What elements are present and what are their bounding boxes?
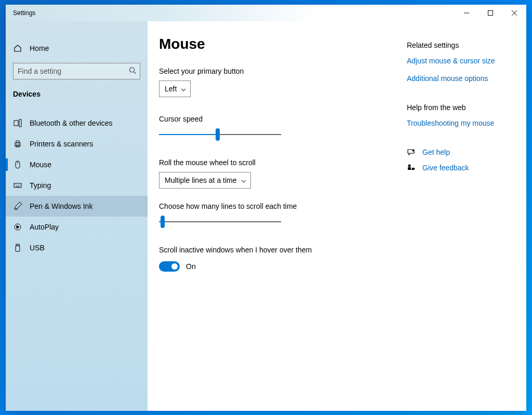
primary-button-combo[interactable]: Left: [159, 81, 191, 97]
side-panel: Related settings Adjust mouse & cursor s…: [407, 36, 511, 400]
toggle-knob: [171, 263, 178, 270]
keyboard-icon: [13, 181, 22, 190]
svg-point-4: [130, 68, 135, 72]
feedback-link: Give feedback: [422, 164, 469, 172]
sidebar-item-label: Typing: [30, 181, 51, 190]
svg-line-5: [134, 72, 136, 73]
link-adjust-cursor-size[interactable]: Adjust mouse & cursor size: [407, 57, 511, 65]
mouse-icon: [13, 160, 22, 169]
sidebar-item-mouse[interactable]: Mouse: [6, 154, 148, 175]
svg-rect-1: [488, 10, 493, 15]
home-icon: [13, 44, 22, 52]
maximize-button[interactable]: [478, 5, 502, 21]
primary-button-section: Select your primary button Left: [159, 67, 391, 97]
svg-point-23: [413, 150, 414, 151]
web-help-head: Help from the web: [407, 103, 511, 112]
scroll-mode-value: Multiple lines at a time: [165, 176, 237, 184]
sidebar-item-usb[interactable]: USB: [6, 237, 148, 258]
settings-window: Settings Home: [6, 5, 526, 411]
sidebar-item-pen[interactable]: Pen & Windows Ink: [6, 196, 148, 217]
close-button[interactable]: [502, 5, 526, 21]
get-help-link: Get help: [422, 148, 450, 156]
related-settings-head: Related settings: [407, 41, 511, 49]
sidebar-item-printers[interactable]: Printers & scanners: [6, 133, 148, 154]
inactive-toggle[interactable]: [159, 261, 180, 272]
sidebar-item-label: Bluetooth & other devices: [30, 119, 113, 127]
sidebar-item-bluetooth[interactable]: Bluetooth & other devices: [6, 113, 148, 133]
pen-icon: [13, 202, 22, 210]
related-settings-block: Related settings Adjust mouse & cursor s…: [407, 41, 511, 83]
scroll-mode-combo[interactable]: Multiple lines at a time: [159, 172, 251, 189]
lines-section: Choose how many lines to scroll each tim…: [159, 202, 391, 228]
slider-fill: [159, 134, 218, 135]
lines-label: Choose how many lines to scroll each tim…: [159, 202, 391, 210]
inactive-label: Scroll inactive windows when I hover ove…: [159, 246, 391, 254]
feedback-row[interactable]: Give feedback: [407, 164, 511, 172]
slider-thumb[interactable]: [161, 216, 165, 228]
sidebar-item-label: AutoPlay: [30, 223, 59, 231]
inactive-toggle-row: On: [159, 261, 391, 272]
sidebar: Home Devices Bluetooth & other devices: [6, 21, 148, 411]
svg-point-24: [408, 164, 411, 167]
autoplay-icon: [13, 223, 22, 231]
svg-rect-9: [16, 141, 19, 143]
get-help-row[interactable]: Get help: [407, 148, 511, 156]
cursor-speed-section: Cursor speed: [159, 115, 391, 141]
cursor-speed-label: Cursor speed: [159, 115, 391, 123]
chevron-down-icon: [241, 176, 246, 184]
sidebar-item-label: Printers & scanners: [30, 140, 93, 148]
svg-rect-25: [408, 167, 411, 170]
feedback-icon: [407, 164, 415, 172]
svg-rect-26: [412, 168, 415, 170]
sidebar-nav: Bluetooth & other devices Printers & sca…: [6, 113, 148, 258]
content-area: Mouse Select your primary button Left Cu…: [148, 21, 526, 411]
search-input[interactable]: [13, 63, 140, 79]
sidebar-item-label: Pen & Windows Ink: [30, 202, 92, 210]
sidebar-home[interactable]: Home: [6, 38, 148, 59]
inactive-toggle-text: On: [186, 262, 196, 271]
sidebar-item-label: Mouse: [30, 160, 51, 169]
sidebar-item-autoplay[interactable]: AutoPlay: [6, 217, 148, 237]
sidebar-item-typing[interactable]: Typing: [6, 175, 148, 196]
titlebar: Settings: [6, 5, 526, 21]
sidebar-category: Devices: [6, 79, 148, 103]
web-help-block: Help from the web Troubleshooting my mou…: [407, 103, 511, 127]
svg-rect-7: [19, 119, 21, 127]
usb-icon: [13, 244, 22, 252]
printer-icon: [13, 140, 22, 148]
scroll-mode-label: Roll the mouse wheel to scroll: [159, 158, 391, 167]
window-body: Home Devices Bluetooth & other devices: [6, 21, 526, 411]
chat-icon: [407, 148, 415, 156]
svg-rect-13: [14, 183, 21, 188]
search-icon: [129, 66, 136, 75]
lines-slider[interactable]: [159, 216, 281, 228]
chevron-down-icon: [181, 85, 186, 93]
svg-marker-20: [17, 225, 19, 229]
window-title: Settings: [6, 9, 35, 17]
search-wrap: [13, 63, 140, 79]
slider-thumb[interactable]: [216, 128, 220, 141]
devices-icon: [13, 119, 22, 127]
window-buttons: [455, 5, 526, 21]
slider-track: [159, 221, 281, 222]
svg-rect-22: [16, 246, 20, 251]
cursor-speed-slider[interactable]: [159, 128, 281, 141]
support-block: Get help Give feedback: [407, 148, 511, 172]
primary-button-value: Left: [165, 85, 177, 93]
link-troubleshoot-mouse[interactable]: Troubleshooting my mouse: [407, 119, 511, 127]
minimize-button[interactable]: [455, 5, 478, 21]
main-panel: Mouse Select your primary button Left Cu…: [159, 36, 391, 400]
page-title: Mouse: [159, 36, 391, 52]
scroll-mode-section: Roll the mouse wheel to scroll Multiple …: [159, 158, 391, 189]
sidebar-item-label: USB: [30, 244, 45, 252]
link-additional-mouse-options[interactable]: Additional mouse options: [407, 74, 511, 83]
home-label: Home: [30, 44, 49, 52]
inactive-section: Scroll inactive windows when I hover ove…: [159, 246, 391, 272]
svg-rect-6: [14, 121, 18, 126]
primary-button-label: Select your primary button: [159, 67, 391, 75]
